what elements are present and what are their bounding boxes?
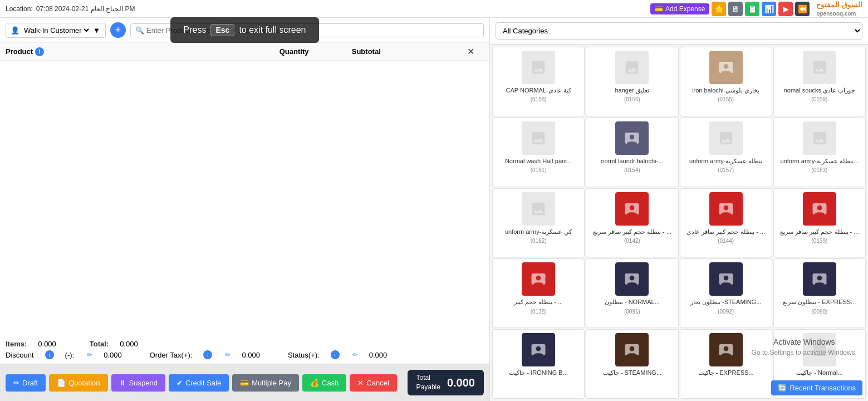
product-name: CAP NORMAL-كبة عادي — [506, 86, 571, 94]
product-name: بنطلة حجم كبير صافر سريع - ... — [593, 228, 671, 236]
col-subtotal-header: Subtotal — [352, 47, 467, 56]
product-card[interactable]: بنطلة حجم كبير صافر سريع - ...(0139) — [773, 188, 866, 258]
product-card[interactable]: بنطلون - NORMAL...(0091) — [586, 258, 678, 328]
product-image — [709, 192, 743, 226]
placeholder-image — [522, 192, 555, 226]
product-image — [522, 51, 555, 84]
recent-icon: 🔄 — [778, 384, 787, 392]
chevron-down-icon: ▼ — [93, 26, 100, 35]
product-image — [615, 51, 649, 84]
placeholder-image — [522, 121, 555, 155]
cancel-icon: ✕ — [357, 379, 364, 387]
category-dropdown[interactable]: All Categories — [496, 22, 862, 40]
search-icon: 🔍 — [135, 26, 144, 35]
customer-dropdown[interactable]: Walk-In Customer — [22, 26, 91, 35]
product-name: جاكيت - IRONING B... — [509, 369, 567, 376]
credit-icon: ✔ — [176, 379, 183, 387]
icon-btn-3[interactable]: 📋 — [745, 2, 759, 16]
icon-btn-2[interactable]: 🖥 — [728, 2, 743, 16]
product-sku: (0156) — [624, 96, 640, 102]
recent-transactions-button[interactable]: 🔄 Recent Transactions — [771, 380, 862, 395]
product-card[interactable]: Normal wash Half pant...(0161) — [492, 118, 585, 187]
product-card[interactable]: norml laundr balochi-...(0154) — [586, 118, 678, 187]
product-sku: (0163) — [811, 167, 827, 173]
discount-info-icon[interactable]: i — [45, 350, 54, 359]
product-name: iron balochi-بخاري بلوشي — [692, 86, 759, 94]
product-name: unform army-بنطلة عسكرية — [689, 157, 762, 165]
product-sku: (0092) — [718, 309, 734, 315]
add-expense-button[interactable]: 💳 Add Expense — [650, 3, 709, 14]
discount-edit-icon[interactable]: ✏ — [87, 351, 92, 359]
product-image — [522, 333, 555, 366]
col-qty-header: Quantity — [237, 47, 352, 56]
product-image — [522, 121, 555, 155]
product-card[interactable]: nomal soucks جوراب عادي(0159) — [773, 47, 866, 116]
main-layout: 👤 Walk-In Customer ▼ + 🔍 Press Esc to ex… — [0, 18, 868, 401]
activate-windows-notice: Activate Windows Go to Settings to activ… — [752, 338, 857, 356]
product-image — [709, 262, 743, 296]
product-sku: (0159) — [811, 96, 827, 102]
status-edit-icon[interactable]: ✏ — [352, 351, 358, 359]
location-label: Location: — [6, 5, 33, 13]
product-card[interactable]: بنطلون بخار -STEAMING...(0092) — [680, 258, 772, 328]
product-card[interactable]: unform army-بنطلة عسكرية(0157) — [680, 118, 772, 187]
total-payable-amount: 0.000 — [447, 376, 475, 389]
product-card[interactable]: unform army-بنطلة عسكرية...(0163) — [773, 118, 866, 187]
draft-button[interactable]: ✏ Draft — [6, 374, 46, 392]
datetime: 07:08 2024-02-21 الجناح العام PM — [36, 5, 135, 13]
product-image — [615, 192, 649, 226]
product-card[interactable]: بنطلون سريع - EXPRESS...(0090) — [773, 258, 866, 328]
product-image — [709, 121, 743, 155]
product-sku: (0154) — [624, 167, 640, 173]
product-image — [803, 121, 836, 155]
totals-bar: Items: 0.000 Total: 0.000 Discount i (-)… — [0, 335, 489, 364]
product-info-icon[interactable]: i — [35, 47, 44, 56]
top-bar-right: 💳 Add Expense ⭐ 🖥 📋 📊 ▶ ⏪ السوق المفتوحo… — [650, 1, 862, 17]
totals-row-1: Items: 0.000 Total: 0.000 — [6, 340, 484, 348]
suspend-button[interactable]: ⏸ Suspend — [111, 374, 165, 392]
product-name: nomal soucks جوراب عادي — [784, 86, 855, 94]
icon-btn-1[interactable]: ⭐ — [712, 2, 726, 16]
icon-btn-4[interactable]: 📊 — [762, 2, 776, 16]
product-sku: (0158) — [531, 96, 547, 102]
product-card[interactable]: unform army-كي عسكرية(0162) — [492, 188, 585, 258]
suspend-icon: ⏸ — [119, 379, 126, 387]
product-card[interactable]: hanger-تعليق(0156) — [586, 47, 678, 116]
status-value: 0.000 — [369, 351, 388, 359]
product-name: Normal wash Half pant... — [505, 157, 572, 165]
items-label: Items: — [6, 340, 27, 348]
product-card[interactable]: CAP NORMAL-كبة عادي(0158) — [492, 47, 585, 116]
draft-icon: ✏ — [13, 379, 19, 387]
customer-select-wrapper[interactable]: 👤 Walk-In Customer ▼ — [6, 23, 106, 38]
multipay-icon: 💳 — [240, 379, 249, 387]
product-card[interactable]: جاكيت - IRONING B... — [492, 329, 585, 399]
tax-info-icon[interactable]: i — [203, 350, 212, 359]
multiple-pay-button[interactable]: 💳 Multiple Pay — [232, 374, 299, 392]
total-payable: TotalPayable 0.000 — [408, 370, 484, 395]
product-sku: (0090) — [811, 309, 827, 315]
tax-edit-icon[interactable]: ✏ — [225, 351, 231, 359]
cancel-button[interactable]: ✕ Cancel — [350, 374, 396, 392]
close-table-button[interactable]: ✕ — [467, 46, 474, 57]
product-sku: (0142) — [624, 238, 640, 244]
product-name: جاكيت - STEAMING... — [603, 369, 661, 376]
product-card[interactable]: بنطلة حجم كبير صافر سريع - ...(0142) — [586, 188, 678, 258]
icon-btn-6[interactable]: ⏪ — [795, 2, 810, 16]
credit-sale-button[interactable]: ✔ Credit Sale — [169, 374, 229, 392]
placeholder-image — [803, 51, 836, 84]
add-customer-button[interactable]: + — [110, 22, 126, 38]
product-card[interactable]: iron balochi-بخاري بلوشي(0155) — [680, 47, 772, 116]
product-card[interactable]: بنطلة حجم كبير - ...(0138) — [492, 258, 585, 328]
quotation-button[interactable]: 📄 Quotation — [49, 374, 107, 392]
product-image — [522, 262, 555, 296]
category-bar: All Categories — [490, 18, 868, 45]
product-card[interactable]: بنطلة حجم كبير صافر عادي - ...(0144) — [680, 188, 772, 258]
cash-button[interactable]: 💰 Cash — [302, 374, 346, 392]
product-card[interactable]: جاكيت - STEAMING... — [586, 329, 678, 399]
placeholder-image — [803, 121, 836, 155]
status-info-icon[interactable]: i — [331, 350, 340, 359]
total-value: 0.000 — [120, 340, 138, 348]
col-close-header: ✕ — [467, 46, 484, 57]
total-label: Total: — [90, 340, 109, 348]
icon-btn-5[interactable]: ▶ — [778, 2, 793, 16]
